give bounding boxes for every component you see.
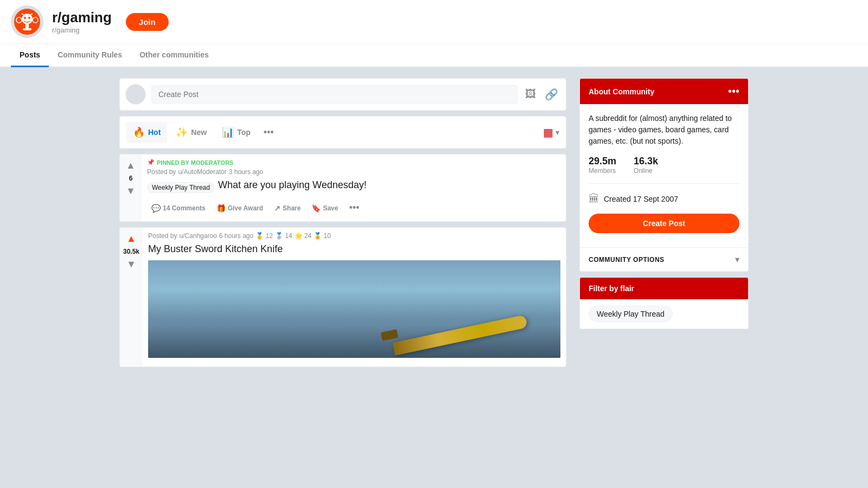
sort-new-button[interactable]: ✨ New bbox=[169, 122, 213, 143]
svg-rect-5 bbox=[23, 28, 31, 30]
subreddit-name: r/gaming bbox=[52, 9, 112, 26]
award-label-pinned: Give Award bbox=[228, 204, 263, 212]
about-community-card: About Community ••• A subreddit for (alm… bbox=[579, 78, 749, 272]
subreddit-info: r/gaming r/gaming bbox=[52, 9, 112, 34]
pinned-post-meta: Posted by u/AutoModerator 3 hours ago bbox=[147, 168, 560, 176]
save-label-pinned: Save bbox=[323, 204, 338, 212]
vote-column-post2: ▲ 30.5k ▼ bbox=[120, 228, 143, 366]
create-post-icons: 🖼 🔗 bbox=[523, 86, 560, 103]
tab-community-rules[interactable]: Community Rules bbox=[49, 44, 131, 67]
filter-title: Filter by flair bbox=[589, 284, 634, 293]
upvote-post2-button[interactable]: ▲ bbox=[125, 232, 137, 246]
award-4: 🏅 10 bbox=[314, 232, 331, 240]
comments-button-pinned[interactable]: 💬 14 Comments bbox=[147, 201, 210, 216]
flair-filter-weekly-play-thread[interactable]: Weekly Play Thread bbox=[589, 306, 673, 322]
pinned-author-link[interactable]: u/AutoModerator bbox=[178, 168, 226, 176]
about-title: About Community bbox=[589, 87, 654, 96]
online-value: 16.3k bbox=[634, 156, 658, 167]
pin-icon: 📌 bbox=[147, 159, 155, 166]
sort-top-label: Top bbox=[237, 128, 251, 137]
vote-count-pinned: 6 bbox=[129, 175, 133, 182]
pinned-post-title[interactable]: What are you playing Wednesday! bbox=[218, 179, 367, 191]
svg-point-7 bbox=[33, 17, 38, 23]
share-label-pinned: Share bbox=[283, 204, 301, 212]
new-icon: ✨ bbox=[176, 126, 188, 138]
svg-point-3 bbox=[28, 17, 30, 19]
sort-bar: 🔥 Hot ✨ New 📊 Top ••• ▦ ▾ bbox=[119, 116, 566, 149]
members-stat: 29.5m Members bbox=[589, 156, 616, 175]
tab-posts[interactable]: Posts bbox=[11, 44, 49, 67]
layout-chevron-icon: ▾ bbox=[556, 128, 559, 137]
create-post-box: 🖼 🔗 bbox=[119, 78, 566, 111]
pinned-badge: 📌 PINNED BY MODERATORS bbox=[147, 159, 560, 166]
members-label: Members bbox=[589, 167, 616, 175]
image-upload-icon[interactable]: 🖼 bbox=[523, 86, 538, 103]
comments-icon: 💬 bbox=[151, 204, 161, 213]
hot-icon: 🔥 bbox=[133, 126, 145, 138]
link-icon[interactable]: 🔗 bbox=[542, 86, 560, 103]
about-body: A subreddit for (almost) anything relate… bbox=[580, 104, 748, 247]
pinned-label: PINNED BY MODERATORS bbox=[157, 159, 233, 166]
about-header: About Community ••• bbox=[580, 79, 748, 104]
post-2-card: ▲ 30.5k ▼ Posted by u/Canhgaroo 6 hours … bbox=[119, 227, 566, 367]
sort-new-label: New bbox=[191, 128, 207, 137]
downvote-pinned-button[interactable]: ▼ bbox=[125, 184, 137, 198]
filter-body: Weekly Play Thread bbox=[580, 299, 748, 329]
layout-toggle[interactable]: ▦ ▾ bbox=[543, 126, 559, 139]
save-button-pinned[interactable]: 🔖 Save bbox=[307, 201, 342, 216]
post2-image[interactable] bbox=[148, 260, 560, 358]
nav-tabs: Posts Community Rules Other communities bbox=[0, 44, 868, 67]
community-options[interactable]: COMMUNITY OPTIONS ▾ bbox=[580, 247, 748, 271]
create-post-input[interactable] bbox=[151, 85, 518, 104]
created-label: Created 17 Sept 2007 bbox=[604, 195, 678, 203]
user-avatar bbox=[125, 84, 146, 105]
share-icon: ↗ bbox=[274, 204, 280, 213]
svg-point-6 bbox=[16, 17, 22, 23]
sidebar-create-post-button[interactable]: Create Post bbox=[589, 214, 739, 233]
members-value: 29.5m bbox=[589, 156, 616, 167]
vote-count-post2: 30.5k bbox=[123, 248, 139, 255]
pinned-post-author: Posted by bbox=[147, 168, 176, 176]
top-icon: 📊 bbox=[222, 126, 234, 138]
header: r/gaming r/gaming Join bbox=[0, 0, 868, 44]
layout-icon: ▦ bbox=[543, 126, 553, 139]
sort-more-button[interactable]: ••• bbox=[259, 123, 278, 143]
online-label: Online bbox=[634, 167, 658, 175]
vote-column-pinned: ▲ 6 ▼ bbox=[120, 155, 142, 221]
sort-hot-button[interactable]: 🔥 Hot bbox=[126, 122, 167, 143]
post2-posted-by: Posted by bbox=[148, 232, 177, 240]
pinned-post-card: ▲ 6 ▼ 📌 PINNED BY MODERATORS Posted by u… bbox=[119, 154, 566, 222]
svg-point-2 bbox=[24, 17, 26, 19]
save-icon: 🔖 bbox=[311, 204, 321, 213]
share-button-pinned[interactable]: ↗ Share bbox=[270, 201, 305, 216]
award-icon: 🎁 bbox=[216, 204, 226, 213]
tab-other-communities[interactable]: Other communities bbox=[131, 44, 218, 67]
community-options-label: COMMUNITY OPTIONS bbox=[589, 256, 665, 264]
pinned-flair[interactable]: Weekly Play Thread bbox=[147, 182, 215, 193]
downvote-post2-button[interactable]: ▼ bbox=[125, 258, 137, 271]
upvote-pinned-button[interactable]: ▲ bbox=[125, 159, 137, 172]
post2-meta: Posted by u/Canhgaroo 6 hours ago 🥇 12 🥈… bbox=[148, 232, 560, 240]
svg-point-1 bbox=[22, 14, 33, 24]
more-options-pinned[interactable]: ••• bbox=[344, 199, 363, 217]
pinned-post-content: 📌 PINNED BY MODERATORS Posted by u/AutoM… bbox=[142, 155, 566, 221]
join-button[interactable]: Join bbox=[126, 13, 169, 31]
svg-rect-4 bbox=[25, 24, 29, 28]
subreddit-icon bbox=[11, 5, 43, 38]
stats-row: 29.5m Members 16.3k Online bbox=[589, 156, 739, 184]
created-row: 🏛 Created 17 Sept 2007 bbox=[589, 192, 739, 205]
award-1: 🥇 12 bbox=[256, 232, 273, 240]
online-stat: 16.3k Online bbox=[634, 156, 658, 175]
filter-header: Filter by flair bbox=[580, 278, 748, 299]
award-button-pinned[interactable]: 🎁 Give Award bbox=[212, 201, 267, 216]
award-2: 🥈 14 bbox=[275, 232, 292, 240]
post2-author-link[interactable]: u/Canhgaroo bbox=[179, 232, 216, 240]
filter-by-flair-card: Filter by flair Weekly Play Thread bbox=[579, 277, 749, 329]
comments-label-pinned: 14 Comments bbox=[163, 204, 206, 212]
main-layout: 🖼 🔗 🔥 Hot ✨ New 📊 Top ••• ▦ ▾ bbox=[108, 67, 760, 378]
post2-title[interactable]: My Buster Sword Kitchen Knife bbox=[148, 243, 560, 255]
sort-top-button[interactable]: 📊 Top bbox=[215, 122, 257, 143]
feed: 🖼 🔗 🔥 Hot ✨ New 📊 Top ••• ▦ ▾ bbox=[119, 78, 566, 367]
about-more-button[interactable]: ••• bbox=[728, 85, 739, 98]
post2-time: 6 hours ago bbox=[219, 232, 253, 240]
